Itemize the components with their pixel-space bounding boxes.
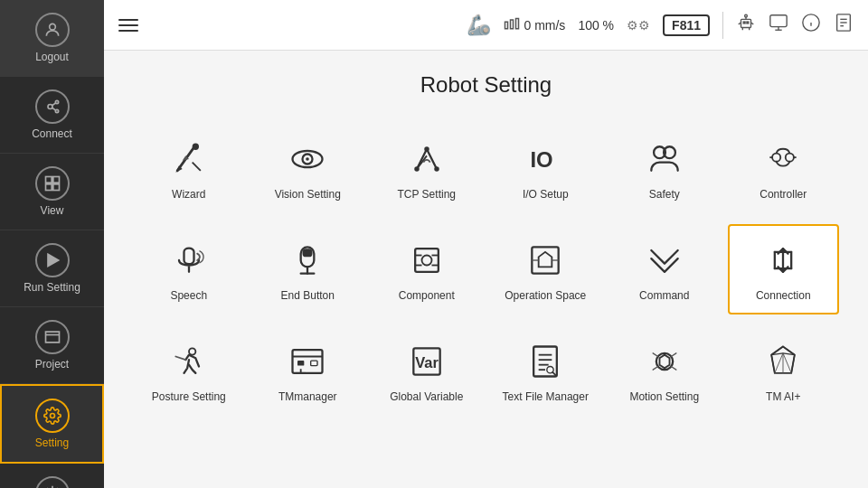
grid-item-vision-setting[interactable]: Vision Setting	[252, 123, 364, 213]
monitor-icon[interactable]	[769, 13, 788, 37]
tmmanager-label: TMmanager	[278, 390, 337, 403]
grid-item-text-file-manager[interactable]: Text File Manager	[490, 325, 602, 416]
connection-label: Connection	[756, 289, 811, 302]
sidebar-label-view: View	[41, 204, 64, 217]
component-label: Component	[399, 289, 455, 302]
grid-item-tmmanager[interactable]: TMmanager	[252, 325, 364, 416]
text-file-manager-icon	[525, 342, 565, 381]
svg-point-52	[424, 146, 429, 152]
vision-setting-label: Vision Setting	[275, 188, 341, 201]
main-area: 🦾 0 mm/s 100 % ⚙⚙ F811	[104, 0, 868, 488]
end-button-icon	[288, 240, 327, 280]
badge-icon1: ⚙⚙	[627, 18, 650, 33]
run-setting-icon	[35, 243, 70, 277]
sidebar-item-project[interactable]: Project	[0, 307, 104, 384]
sidebar-label-connect: Connect	[32, 127, 72, 140]
svg-point-59	[786, 154, 794, 162]
safety-icon	[645, 139, 684, 179]
svg-line-82	[175, 357, 185, 361]
hamburger-menu[interactable]	[118, 19, 138, 32]
svg-line-47	[192, 163, 200, 171]
system-icon	[35, 476, 70, 488]
svg-rect-25	[516, 18, 519, 28]
safety-label: Safety	[649, 188, 680, 201]
svg-point-53	[434, 166, 439, 172]
setting-icon	[35, 399, 70, 433]
grid-item-global-variable[interactable]: Var Global Variable	[371, 325, 483, 416]
grid-item-operation-space[interactable]: Operation Space	[490, 224, 602, 314]
speech-icon	[169, 240, 209, 280]
svg-line-101	[653, 367, 658, 371]
grid-item-controller[interactable]: Controller	[728, 123, 840, 213]
sidebar-item-connect[interactable]: Connect	[0, 77, 104, 154]
info-icon[interactable]	[801, 13, 821, 37]
grid-item-wizard[interactable]: Wizard	[133, 123, 245, 213]
component-icon	[407, 240, 447, 280]
svg-rect-86	[311, 361, 317, 366]
grid-item-speech[interactable]: Speech	[133, 224, 245, 314]
posture-setting-icon	[169, 342, 209, 381]
connection-icon	[763, 240, 803, 280]
tcp-setting-label: TCP Setting	[398, 188, 456, 201]
svg-rect-64	[303, 249, 313, 257]
grid-item-safety[interactable]: Safety	[609, 123, 721, 213]
svg-rect-28	[747, 22, 749, 23]
sidebar-label-setting: Setting	[35, 436, 69, 449]
svg-line-97	[553, 372, 557, 376]
grid-item-end-button[interactable]: End Button	[252, 224, 364, 314]
grid-item-motion-setting[interactable]: Motion Setting	[609, 325, 721, 416]
svg-rect-85	[297, 361, 304, 366]
global-variable-label: Global Variable	[390, 390, 463, 403]
io-setup-label: I/O Setup	[523, 188, 569, 201]
motion-setting-label: Motion Setting	[629, 390, 699, 403]
settings-grid: Wizard Vision Setting	[133, 123, 839, 416]
logout-icon	[35, 13, 70, 47]
svg-rect-26	[741, 19, 751, 27]
svg-point-68	[421, 256, 431, 266]
svg-line-5	[52, 108, 55, 110]
sidebar-item-view[interactable]: View	[0, 154, 104, 230]
project-icon	[35, 320, 70, 354]
posture-setting-label: Posture Setting	[152, 390, 226, 403]
sidebar-label-project: Project	[35, 358, 69, 371]
robot-icon[interactable]	[736, 13, 756, 37]
grid-item-io-setup[interactable]: IO I/O Setup	[490, 123, 602, 213]
svg-rect-6	[45, 177, 52, 183]
svg-line-100	[671, 353, 676, 357]
svg-rect-8	[45, 184, 52, 191]
controller-label: Controller	[760, 188, 807, 201]
grid-item-command[interactable]: Command	[609, 224, 721, 314]
grid-item-component[interactable]: Component	[371, 224, 483, 314]
grid-item-tm-ai-plus[interactable]: TM AI+	[728, 325, 840, 416]
svg-line-102	[671, 367, 676, 371]
grid-item-posture-setting[interactable]: Posture Setting	[133, 325, 245, 416]
toolbar: 🦾 0 mm/s 100 % ⚙⚙ F811	[104, 0, 868, 51]
percent-value: 100 %	[578, 18, 614, 33]
notes-icon[interactable]	[834, 13, 854, 37]
grid-item-connection[interactable]: Connection	[728, 224, 840, 314]
svg-point-54	[414, 166, 420, 172]
wizard-label: Wizard	[172, 188, 205, 201]
sidebar-item-setting[interactable]: Setting	[0, 384, 104, 464]
svg-point-81	[189, 348, 195, 354]
connect-icon	[35, 89, 70, 124]
command-label: Command	[639, 289, 689, 302]
svg-rect-9	[52, 184, 59, 191]
operation-space-icon	[525, 240, 565, 280]
tm-ai-plus-icon	[763, 342, 803, 381]
svg-point-30	[745, 14, 748, 17]
toolbar-divider1	[722, 12, 723, 39]
svg-marker-10	[48, 254, 59, 266]
sidebar-item-logout[interactable]: Logout	[0, 0, 104, 77]
svg-line-106	[791, 355, 795, 373]
tmmanager-icon	[288, 342, 327, 381]
speed-indicator: 0 mm/s	[504, 17, 565, 33]
sidebar-item-system[interactable]: System	[0, 464, 104, 488]
motion-setting-icon	[645, 342, 684, 381]
grid-item-tcp-setting[interactable]: TCP Setting	[371, 123, 483, 213]
svg-point-50	[306, 157, 309, 161]
sidebar-item-run-setting[interactable]: Run Setting	[0, 230, 104, 307]
command-icon	[645, 240, 684, 280]
text-file-manager-label: Text File Manager	[503, 390, 589, 403]
svg-rect-24	[511, 20, 514, 29]
